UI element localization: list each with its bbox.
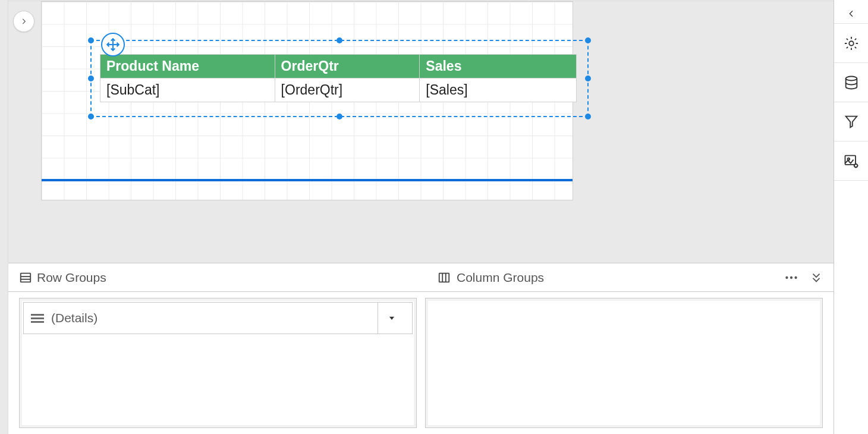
- chevron-left-icon: [847, 9, 856, 18]
- grouping-more-button[interactable]: [784, 270, 799, 285]
- double-chevron-down-icon: [810, 271, 823, 284]
- body-footer-divider[interactable]: [42, 179, 573, 181]
- svg-point-10: [849, 41, 853, 45]
- tablix-header-row[interactable]: Product Name OrderQtr Sales: [100, 55, 577, 78]
- grouping-collapse-button[interactable]: [810, 271, 823, 284]
- resize-handle-s[interactable]: [336, 114, 342, 119]
- main-panel: Product Name OrderQtr Sales [SubCat] [Or…: [8, 0, 834, 434]
- resize-handle-ne[interactable]: [585, 37, 591, 43]
- cell-subcat[interactable]: [SubCat]: [100, 78, 275, 102]
- database-icon: [843, 74, 860, 91]
- details-group-label: (Details): [51, 311, 98, 325]
- rail-collapse-button[interactable]: [834, 4, 868, 24]
- rail-data-button[interactable]: [834, 63, 868, 102]
- column-groups-label: Column Groups: [457, 271, 544, 285]
- row-groups-column[interactable]: (Details): [19, 298, 417, 428]
- header-product-name[interactable]: Product Name: [100, 55, 275, 78]
- rail-image-button[interactable]: [834, 141, 868, 181]
- rail-properties-button[interactable]: [834, 24, 868, 63]
- hamburger-icon: [31, 314, 44, 323]
- expand-toolbox-button[interactable]: [13, 11, 34, 32]
- svg-point-11: [845, 76, 857, 80]
- header-orderqtr[interactable]: OrderQtr: [275, 55, 420, 78]
- grouping-pane: Row Groups Column Groups: [8, 263, 834, 434]
- svg-point-6: [785, 276, 788, 278]
- svg-point-7: [790, 276, 792, 278]
- svg-point-8: [794, 276, 797, 278]
- svg-rect-3: [439, 273, 449, 282]
- resize-handle-n[interactable]: [336, 37, 342, 43]
- grouping-pane-body: (Details): [8, 292, 834, 434]
- resize-handle-e[interactable]: [585, 76, 591, 81]
- tablix-move-handle[interactable]: [101, 33, 125, 56]
- svg-marker-9: [389, 317, 394, 320]
- left-ruler-rail: [0, 0, 8, 434]
- funnel-icon: [843, 114, 860, 130]
- resize-handle-w[interactable]: [88, 76, 94, 81]
- resize-handle-se[interactable]: [585, 114, 591, 119]
- column-groups-column[interactable]: [425, 298, 823, 428]
- svg-point-14: [854, 163, 857, 166]
- column-groups-icon: [438, 271, 451, 284]
- resize-handle-sw[interactable]: [88, 114, 94, 119]
- svg-rect-0: [21, 273, 31, 282]
- ellipsis-icon: [784, 270, 799, 285]
- report-designer-app: Product Name OrderQtr Sales [SubCat] [Or…: [0, 0, 868, 434]
- cell-sales[interactable]: [Sales]: [420, 78, 577, 102]
- tablix-data-row[interactable]: [SubCat] [OrderQtr] [Sales]: [100, 78, 577, 102]
- grouping-pane-header: Row Groups Column Groups: [8, 263, 834, 292]
- rail-filter-button[interactable]: [834, 102, 868, 141]
- image-settings-icon: [843, 153, 860, 169]
- cell-orderqtr[interactable]: [OrderQtr]: [275, 78, 420, 102]
- report-body-surface[interactable]: Product Name OrderQtr Sales [SubCat] [Or…: [41, 1, 573, 200]
- details-group-menu-button[interactable]: [378, 303, 405, 334]
- resize-handle-nw[interactable]: [88, 37, 94, 43]
- details-group-row[interactable]: (Details): [23, 302, 413, 334]
- design-canvas-area[interactable]: Product Name OrderQtr Sales [SubCat] [Or…: [8, 1, 834, 263]
- move-icon: [105, 37, 121, 52]
- chevron-right-icon: [20, 17, 28, 26]
- row-groups-icon: [19, 271, 32, 284]
- triangle-down-icon: [388, 314, 396, 322]
- row-groups-label: Row Groups: [37, 271, 106, 285]
- gear-icon: [843, 35, 860, 52]
- header-sales[interactable]: Sales: [420, 55, 577, 78]
- tablix[interactable]: Product Name OrderQtr Sales [SubCat] [Or…: [100, 54, 577, 102]
- right-properties-rail: [834, 0, 868, 434]
